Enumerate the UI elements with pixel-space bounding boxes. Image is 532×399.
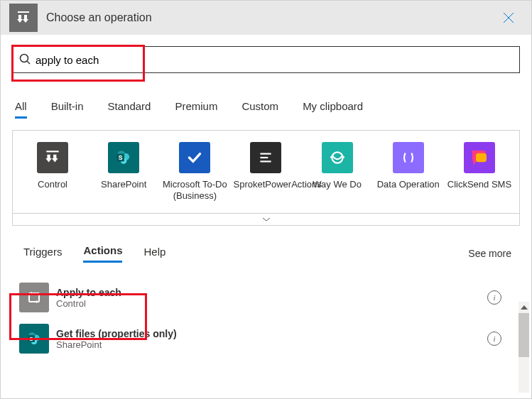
operation-brand-icon — [9, 4, 38, 32]
connector-label: ClickSend SMS — [447, 179, 512, 190]
search-box[interactable] — [12, 46, 520, 73]
clicksend-icon — [464, 142, 495, 173]
close-button[interactable] — [494, 4, 523, 32]
connector-label: Microsoft To-Do (Business) — [162, 179, 227, 202]
svg-rect-5 — [46, 151, 58, 152]
control-icon — [37, 142, 68, 173]
action-title: Apply to each — [56, 287, 121, 298]
info-icon[interactable]: i — [487, 332, 501, 346]
connector-wayweido[interactable]: Way We Do — [305, 142, 370, 202]
svg-rect-17 — [476, 153, 487, 163]
connector-clicksend[interactable]: ClickSend SMS — [447, 142, 512, 202]
action-list: Apply to each Control i S Get files (pro… — [12, 277, 520, 359]
connector-todo[interactable]: Microsoft To-Do (Business) — [162, 142, 227, 202]
tab-help[interactable]: Help — [143, 246, 165, 262]
collapse-toggle[interactable] — [12, 214, 520, 226]
action-apply-to-each[interactable]: Apply to each Control i — [12, 277, 520, 318]
tab-built-in[interactable]: Built-in — [51, 100, 84, 119]
connector-label: SharePoint — [91, 179, 156, 190]
connector-label: Way We Do — [305, 179, 370, 190]
scrollbar-thumb[interactable] — [519, 313, 529, 357]
svg-line-4 — [27, 61, 30, 64]
search-input[interactable] — [31, 53, 514, 67]
sproket-icon — [250, 142, 281, 173]
todo-icon — [179, 142, 210, 173]
sharepoint-icon: S — [108, 142, 139, 173]
svg-rect-13 — [261, 160, 271, 162]
tab-standard[interactable]: Standard — [108, 100, 151, 119]
action-subtitle: Control — [56, 298, 121, 309]
tab-custom[interactable]: Custom — [241, 100, 278, 119]
info-icon[interactable]: i — [487, 290, 501, 305]
connector-grid: Control S SharePoint Microsoft To-Do (Bu… — [12, 130, 520, 214]
svg-rect-11 — [261, 153, 271, 155]
svg-point-3 — [21, 54, 28, 62]
wayweido-icon — [322, 142, 353, 173]
action-tabs: Triggers Actions Help See more — [12, 244, 520, 263]
loop-icon — [19, 283, 49, 312]
connector-label: Data Operation — [376, 179, 441, 190]
dialog-title: Choose an operation — [46, 11, 152, 24]
connector-label: Control — [20, 179, 85, 190]
connector-sharepoint[interactable]: S SharePoint — [91, 142, 156, 202]
tab-my-clipboard[interactable]: My clipboard — [303, 100, 363, 119]
connector-control[interactable]: Control — [20, 142, 85, 202]
scroll-up-button[interactable] — [519, 302, 529, 312]
search-icon — [18, 53, 31, 67]
sharepoint-icon: S — [19, 324, 49, 354]
connector-sproket[interactable]: SproketPowerActions — [233, 142, 298, 202]
connector-data-operation[interactable]: Data Operation — [376, 142, 441, 202]
see-more-link[interactable]: See more — [468, 248, 511, 259]
filter-tabs: All Built-in Standard Premium Custom My … — [12, 100, 520, 119]
svg-rect-0 — [18, 11, 29, 13]
svg-rect-12 — [261, 157, 268, 158]
titlebar: Choose an operation — [1, 1, 531, 35]
action-subtitle: SharePoint — [56, 339, 177, 350]
action-title: Get files (properties only) — [56, 328, 177, 339]
connector-label: SproketPowerActions — [233, 179, 298, 190]
svg-rect-18 — [29, 293, 39, 302]
svg-text:S: S — [29, 336, 33, 342]
svg-text:S: S — [119, 154, 123, 161]
dataop-icon — [393, 142, 424, 173]
tab-triggers[interactable]: Triggers — [23, 246, 62, 262]
action-get-files[interactable]: S Get files (properties only) SharePoint… — [12, 318, 520, 359]
tab-all[interactable]: All — [15, 100, 27, 119]
tab-actions[interactable]: Actions — [83, 244, 122, 263]
tab-premium[interactable]: Premium — [175, 100, 217, 119]
svg-marker-24 — [521, 305, 528, 310]
